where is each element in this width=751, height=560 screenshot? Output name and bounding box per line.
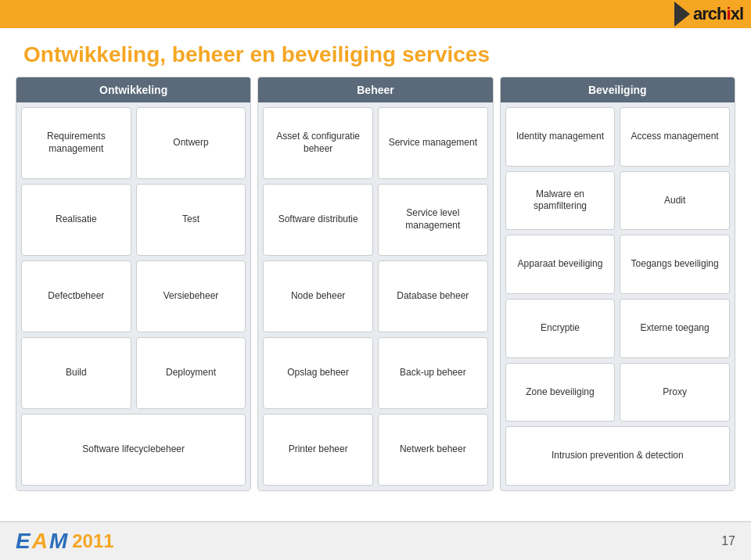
eam-e: E bbox=[16, 529, 31, 554]
cell-proxy: Proxy bbox=[620, 363, 730, 422]
logo-area: archixl bbox=[674, 2, 743, 27]
cell-deployment: Deployment bbox=[136, 337, 246, 409]
page-number: 17 bbox=[721, 534, 735, 548]
column-beheer: Beheer Asset & configuratie beheer Servi… bbox=[257, 77, 493, 491]
cell-build: Build bbox=[21, 337, 131, 409]
cell-software-dist: Software distributie bbox=[263, 184, 373, 256]
cell-toegangs: Toegangs beveiliging bbox=[620, 235, 730, 294]
bottom-bar: E A M 2011 17 bbox=[0, 521, 751, 560]
cell-externe-toegang: Externe toegang bbox=[620, 299, 730, 358]
column-header-ontwikkeling: Ontwikkeling bbox=[16, 77, 250, 102]
cell-intrusion: Intrusion prevention & detection bbox=[505, 426, 730, 486]
cell-access-mgmt: Access management bbox=[620, 107, 730, 167]
column-header-beveiliging: Beveiliging bbox=[501, 77, 735, 102]
cell-database-beheer: Database beheer bbox=[378, 260, 488, 332]
cell-service-level: Service level management bbox=[378, 184, 488, 256]
eam-m: M bbox=[49, 529, 67, 554]
page-title: Ontwikkeling, beheer en beveiliging serv… bbox=[0, 28, 751, 77]
cell-audit: Audit bbox=[620, 171, 730, 231]
column-body-beheer: Asset & configuratie beheer Service mana… bbox=[258, 102, 492, 490]
logo-text: archixl bbox=[693, 4, 743, 24]
column-beveiliging: Beveiliging Identity management Access m… bbox=[500, 77, 735, 491]
main-content: Ontwikkeling Requirements management Ont… bbox=[0, 77, 751, 491]
cell-backup-beheer: Back-up beheer bbox=[378, 337, 488, 409]
cell-apparaat: Apparaat beveiliging bbox=[505, 235, 616, 294]
cell-defectbeheer: Defectbeheer bbox=[21, 260, 131, 332]
cell-zone-bev: Zone beveiliging bbox=[505, 363, 616, 422]
cell-service-mgmt: Service management bbox=[378, 107, 488, 179]
cell-opslag-beheer: Opslag beheer bbox=[263, 337, 373, 409]
column-body-ontwikkeling: Requirements management Ontwerp Realisat… bbox=[16, 102, 250, 490]
cell-identity-mgmt: Identity management bbox=[505, 107, 616, 167]
cell-node-beheer: Node beheer bbox=[263, 260, 373, 332]
logo-arrow-icon bbox=[674, 2, 690, 27]
cell-requirements: Requirements management bbox=[21, 107, 131, 179]
cell-test: Test bbox=[136, 184, 246, 256]
cell-software-lifecycle: Software lifecyclebeheer bbox=[21, 414, 246, 486]
cell-versiebeheer: Versiebeheer bbox=[136, 260, 246, 332]
cell-asset-config: Asset & configuratie beheer bbox=[263, 107, 373, 179]
cell-realisatie: Realisatie bbox=[21, 184, 131, 256]
cell-netwerk-beheer: Netwerk beheer bbox=[378, 414, 488, 486]
cell-printer-beheer: Printer beheer bbox=[263, 414, 373, 486]
eam-logo: E A M 2011 bbox=[16, 529, 114, 554]
eam-year: 2011 bbox=[72, 530, 113, 552]
column-header-beheer: Beheer bbox=[258, 77, 492, 102]
eam-a: A bbox=[32, 529, 48, 554]
top-ribbon: archixl bbox=[0, 0, 751, 28]
cell-malware: Malware en spamfiltering bbox=[505, 171, 616, 231]
column-ontwikkeling: Ontwikkeling Requirements management Ont… bbox=[16, 77, 251, 491]
column-body-beveiliging: Identity management Access management Ma… bbox=[501, 102, 735, 490]
cell-encryptie: Encryptie bbox=[505, 299, 616, 358]
cell-ontwerp: Ontwerp bbox=[136, 107, 246, 179]
